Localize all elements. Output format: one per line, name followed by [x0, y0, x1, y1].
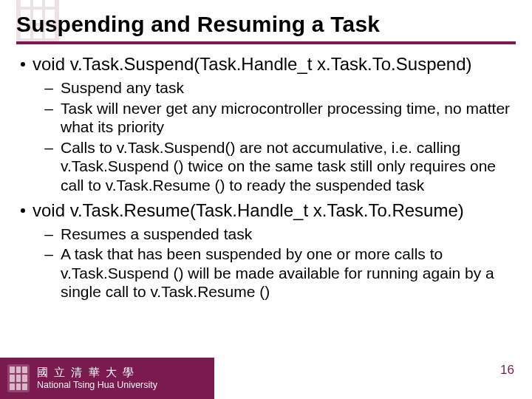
sub-item: –Task will never get any microcontroller… — [44, 99, 511, 137]
bullet-dot-icon — [21, 208, 25, 213]
dash-icon: – — [44, 99, 53, 118]
footer-right: 16 — [214, 358, 532, 399]
sub-text: Calls to v.Task.Suspend() are not accumu… — [61, 138, 511, 195]
footer: 國 立 清 華 大 學 National Tsing Hua Universit… — [0, 358, 532, 399]
dash-icon: – — [44, 138, 53, 157]
sub-text: Task will never get any microcontroller … — [61, 99, 511, 137]
dash-icon: – — [44, 225, 53, 244]
bullet-item: void v.Task.Resume(Task.Handle_t x.Task.… — [21, 200, 511, 301]
sub-item: –Calls to v.Task.Suspend() are not accum… — [44, 138, 511, 195]
dash-icon: – — [44, 78, 53, 98]
footer-en-text: National Tsing Hua University — [37, 381, 157, 390]
dash-icon: – — [44, 245, 53, 264]
bullet-lead: void v.Task.Resume(Task.Handle_t x.Task.… — [33, 200, 464, 222]
title-wrap: Suspending and Resuming a Task — [16, 12, 516, 44]
sub-text: Suspend any task — [61, 78, 184, 98]
bullet-dot-icon — [21, 62, 25, 66]
page-number: 16 — [500, 363, 514, 378]
slide: Suspending and Resuming a Task void v.Ta… — [0, 0, 532, 399]
content-area: void v.Task.Suspend(Task.Handle_t x.Task… — [21, 49, 511, 306]
sub-item: –Resumes a suspended task — [44, 225, 511, 244]
university-seal-icon — [7, 364, 30, 392]
bullet-item: void v.Task.Suspend(Task.Handle_t x.Task… — [21, 53, 511, 195]
sub-item: –Suspend any task — [44, 78, 511, 98]
slide-title: Suspending and Resuming a Task — [16, 12, 516, 44]
bullet-lead: void v.Task.Suspend(Task.Handle_t x.Task… — [33, 53, 472, 75]
sub-text: A task that has been suspended by one or… — [61, 245, 511, 301]
sub-text: Resumes a suspended task — [61, 225, 252, 244]
sub-item: –A task that has been suspended by one o… — [44, 245, 511, 301]
footer-cn-text: 國 立 清 華 大 學 — [37, 366, 157, 378]
footer-brand: 國 立 清 華 大 學 National Tsing Hua Universit… — [0, 358, 214, 399]
